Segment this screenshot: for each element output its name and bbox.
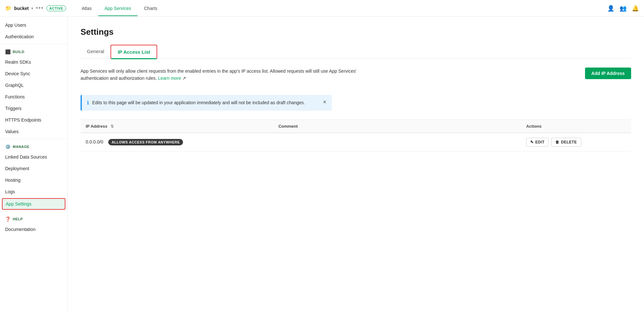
sidebar-divider-1 xyxy=(0,44,67,44)
manage-users-icon[interactable]: 👥 xyxy=(620,5,627,12)
column-header-comment: Comment xyxy=(273,120,521,133)
table-row: 0.0.0.0/0 ALLOWS ACCESS FROM ANYWHERE ✎ … xyxy=(81,133,631,151)
sidebar-item-deployment[interactable]: Deployment xyxy=(0,163,67,174)
sidebar-divider-3 xyxy=(0,211,67,211)
layout: App Users Authentication ⬛ BUILD Realm S… xyxy=(0,17,644,312)
info-banner-close-button[interactable]: ✕ xyxy=(323,99,327,105)
info-banner: ℹ Edits to this page will be updated in … xyxy=(81,95,332,111)
nav-left: 📁 bucket ▾ ••• ACTIVE xyxy=(5,5,66,12)
manage-section-icon: ⚙️ xyxy=(5,144,11,149)
sidebar-item-documentation[interactable]: Documentation xyxy=(0,224,67,235)
ip-access-table: IP Address ⇅ Comment Actions 0.0.0.0/0 A… xyxy=(81,120,631,151)
nav-tab-app-services[interactable]: App Services xyxy=(98,1,138,16)
sidebar-label-app-users: App Users xyxy=(5,23,26,28)
sidebar-section-build: ⬛ BUILD xyxy=(0,45,67,56)
app-name[interactable]: bucket xyxy=(14,6,29,11)
access-badge: ALLOWS ACCESS FROM ANYWHERE xyxy=(108,139,183,145)
tab-general[interactable]: General xyxy=(81,45,111,58)
add-ip-address-button[interactable]: Add IP Address xyxy=(585,68,631,79)
sidebar-item-triggers[interactable]: Triggers xyxy=(0,103,67,114)
sidebar-item-app-settings[interactable]: App Settings xyxy=(2,198,65,210)
notifications-icon[interactable]: 🔔 xyxy=(632,5,639,12)
trash-icon: 🗑 xyxy=(555,140,559,144)
cell-actions: ✎ EDIT 🗑 DELETE xyxy=(521,133,631,151)
description-row: App Services will only allow client requ… xyxy=(81,68,631,88)
sidebar-item-device-sync[interactable]: Device Sync xyxy=(0,68,67,79)
sort-icon-ip[interactable]: ⇅ xyxy=(111,124,114,129)
sidebar-item-https-endpoints[interactable]: HTTPS Endpoints xyxy=(0,114,67,126)
nav-tab-atlas[interactable]: Atlas xyxy=(75,1,98,16)
main-content: Settings General IP Access List App Serv… xyxy=(68,17,644,312)
pencil-icon: ✎ xyxy=(530,140,533,144)
settings-tabs: General IP Access List xyxy=(81,45,631,59)
sidebar-item-logs[interactable]: Logs xyxy=(0,186,67,197)
sidebar-section-manage: ⚙️ MANAGE xyxy=(0,140,67,151)
external-link-icon: ↗ xyxy=(182,76,186,81)
sidebar-item-authentication[interactable]: Authentication xyxy=(0,31,67,42)
top-nav: 📁 bucket ▾ ••• ACTIVE Atlas App Services… xyxy=(0,0,644,17)
sidebar-item-graphql[interactable]: GraphQL xyxy=(0,79,67,91)
table-header-row: IP Address ⇅ Comment Actions xyxy=(81,120,631,133)
active-badge: ACTIVE xyxy=(46,5,66,11)
action-buttons: ✎ EDIT 🗑 DELETE xyxy=(526,138,626,147)
nav-right: 👤 👥 🔔 xyxy=(607,5,639,12)
column-header-ip-address: IP Address ⇅ xyxy=(81,120,273,133)
folder-icon: 📁 xyxy=(5,5,12,11)
sidebar-item-realm-sdks[interactable]: Realm SDKs xyxy=(0,56,67,68)
learn-more-link[interactable]: Learn more xyxy=(158,76,181,81)
description-text: App Services will only allow client requ… xyxy=(81,68,370,82)
sidebar-divider-2 xyxy=(0,139,67,139)
delete-button[interactable]: 🗑 DELETE xyxy=(551,138,581,147)
sidebar-section-help: ❓ HELP xyxy=(0,213,67,224)
help-section-icon: ❓ xyxy=(5,216,11,222)
cell-comment xyxy=(273,133,521,151)
page-title: Settings xyxy=(81,27,631,37)
more-options-icon[interactable]: ••• xyxy=(36,5,44,12)
sidebar-item-values[interactable]: Values xyxy=(0,126,67,137)
nav-tabs: Atlas App Services Charts xyxy=(75,1,164,16)
info-banner-text: Edits to this page will be updated in yo… xyxy=(92,99,317,106)
tab-ip-access-list[interactable]: IP Access List xyxy=(111,45,157,59)
column-header-actions: Actions xyxy=(521,120,631,133)
sidebar-item-linked-data-sources[interactable]: Linked Data Sources xyxy=(0,151,67,163)
nav-tab-charts[interactable]: Charts xyxy=(138,1,164,16)
sidebar-item-functions[interactable]: Functions xyxy=(0,91,67,103)
cell-ip-address: 0.0.0.0/0 ALLOWS ACCESS FROM ANYWHERE xyxy=(81,133,273,151)
info-icon: ℹ xyxy=(87,100,89,106)
sidebar-item-hosting[interactable]: Hosting xyxy=(0,174,67,186)
sidebar-item-app-users[interactable]: App Users xyxy=(0,19,67,31)
chevron-down-icon[interactable]: ▾ xyxy=(31,6,33,11)
build-section-icon: ⬛ xyxy=(5,49,11,54)
sidebar: App Users Authentication ⬛ BUILD Realm S… xyxy=(0,17,68,312)
invite-user-icon[interactable]: 👤 xyxy=(607,5,614,12)
sidebar-label-authentication: Authentication xyxy=(5,34,34,39)
edit-button[interactable]: ✎ EDIT xyxy=(526,138,549,147)
